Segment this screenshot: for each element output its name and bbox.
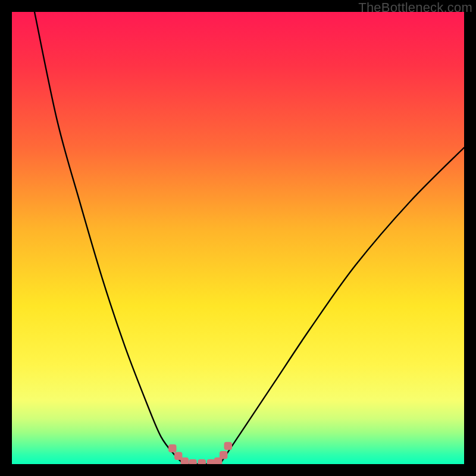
marker-point [198,459,206,464]
right-curve [220,148,464,464]
left-curve [35,12,184,464]
marker-point [207,459,215,464]
marker-point [224,442,233,450]
marker-point [220,451,228,459]
plot-area [12,12,464,464]
chart-svg [12,12,464,464]
marker-point [168,444,177,453]
chart-frame: TheBottleneck.com [0,0,476,476]
marker-point [181,458,189,464]
marker-point [189,459,197,464]
